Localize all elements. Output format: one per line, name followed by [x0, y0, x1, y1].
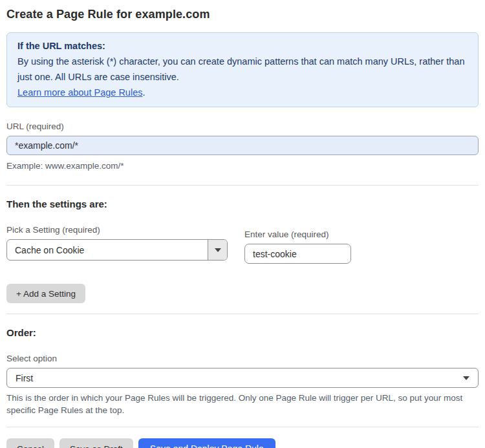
divider: [6, 314, 479, 314]
order-section-heading: Order:: [6, 327, 479, 338]
order-select-value: First: [16, 373, 33, 383]
url-input[interactable]: [6, 136, 479, 155]
create-page-rule-form: Create a Page Rule for example.com If th…: [0, 0, 485, 448]
setting-select[interactable]: Cache on Cookie: [6, 239, 228, 261]
order-select[interactable]: First: [6, 368, 479, 388]
pick-setting-label: Pick a Setting (required): [6, 225, 228, 235]
setting-select-value: Cache on Cookie: [7, 240, 208, 260]
save-draft-button[interactable]: Save as Draft: [59, 438, 133, 448]
link-suffix: .: [142, 87, 145, 98]
learn-more-link[interactable]: Learn more about Page Rules: [17, 87, 142, 98]
url-matches-info-box: If the URL matches: By using the asteris…: [6, 32, 479, 107]
add-setting-button[interactable]: + Add a Setting: [6, 284, 85, 303]
page-title: Create a Page Rule for example.com: [6, 8, 479, 21]
info-box-body: By using the asterisk (*) character, you…: [17, 56, 465, 82]
footer-actions: Cancel Save as Draft Save and Deploy Pag…: [6, 438, 479, 448]
url-example-hint: Example: www.example.com/*: [6, 160, 479, 172]
chevron-down-icon: [463, 376, 469, 380]
divider: [6, 427, 479, 427]
chevron-down-icon: [215, 248, 221, 252]
order-help-text: This is the order in which your Page Rul…: [6, 392, 472, 416]
setting-select-arrow-button[interactable]: [208, 240, 227, 260]
info-link-line: Learn more about Page Rules.: [17, 85, 468, 100]
info-box-heading: If the URL matches:: [17, 38, 468, 54]
settings-section-heading: Then the settings are:: [6, 198, 479, 209]
pick-setting-column: Pick a Setting (required) Cache on Cooki…: [6, 225, 228, 261]
enter-value-column: Enter value (required): [244, 225, 351, 264]
save-deploy-button[interactable]: Save and Deploy Page Rule: [138, 438, 275, 448]
enter-value-label: Enter value (required): [244, 229, 351, 239]
url-label: URL (required): [6, 122, 479, 131]
settings-row: Pick a Setting (required) Cache on Cooki…: [6, 225, 479, 264]
select-option-label: Select option: [6, 354, 479, 363]
setting-value-input[interactable]: [244, 244, 351, 264]
divider: [6, 185, 479, 186]
cancel-button[interactable]: Cancel: [6, 438, 54, 448]
